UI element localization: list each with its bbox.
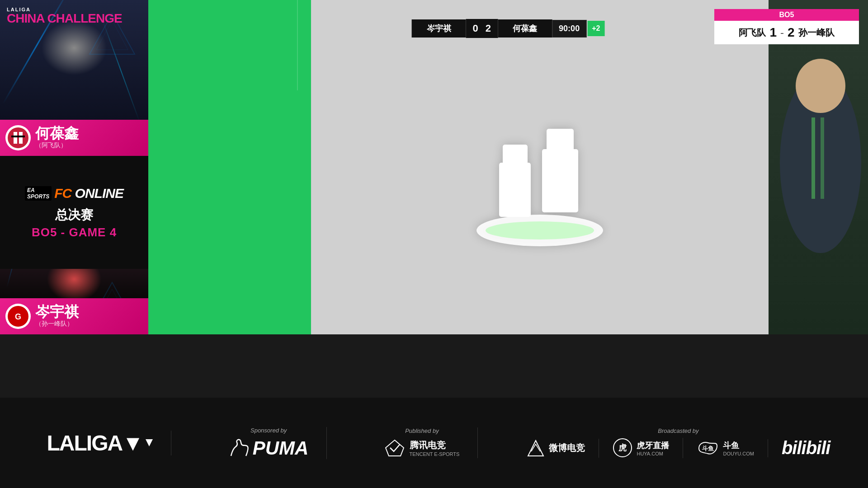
score-team2: 何葆鑫 [498, 19, 552, 38]
score-num2: 2 [486, 23, 491, 34]
player2-name: 岑宇祺 [35, 305, 79, 319]
atletico-badge [7, 127, 29, 149]
svg-rect-19 [821, 117, 824, 199]
svg-rect-18 [811, 117, 815, 199]
player1-name: 何葆鑫 [35, 126, 79, 141]
player1-info: 何葆鑫 （阿飞队） [35, 126, 79, 150]
green-field [148, 0, 311, 334]
total-final-text: 总决赛 [55, 206, 93, 224]
svg-point-16 [486, 221, 594, 239]
broadcasted-label: Broadcasted by [658, 427, 698, 434]
puma-wordmark: PUMA [253, 437, 309, 459]
svg-rect-12 [499, 163, 531, 217]
game-area: 岑宇祺 0 2 何葆鑫 90:00 +2 [148, 0, 868, 334]
fc-online-logo: EASPORTS FC ONLINE [25, 186, 123, 201]
top-left-logo: LALIGA CHINA CHALLENGE [7, 7, 122, 25]
bilibili-logo: bilibili [782, 438, 830, 458]
svg-rect-15 [547, 129, 574, 156]
svg-marker-23 [528, 441, 543, 456]
svg-rect-14 [542, 149, 578, 212]
series-score: 阿飞队 1 - 2 孙一峰队 [714, 21, 859, 44]
right-camera [769, 0, 868, 334]
player2-bar: G 岑宇祺 （孙一峰队） [0, 298, 148, 334]
weibo-icon [526, 439, 545, 458]
trophy-svg [454, 81, 626, 253]
player1-team: （阿飞队） [35, 141, 79, 150]
series-team2: 孙一峰队 [798, 27, 835, 39]
svg-rect-13 [503, 145, 528, 169]
svg-marker-6 [90, 282, 135, 298]
published-label: Published by [405, 427, 439, 434]
glow-line-3 [6, 269, 31, 288]
douyu-text: 斗鱼 DOUYU.COM [723, 440, 754, 456]
laliga-bottom-logo: LALIGA▼ [29, 431, 171, 455]
svg-rect-4 [19, 132, 23, 144]
tencent-icon [385, 438, 405, 458]
gray-area [311, 0, 769, 334]
soccer-player-figure [769, 27, 868, 334]
svg-marker-21 [146, 439, 153, 446]
svg-text:G: G [15, 312, 21, 321]
puma-section: Sponsored by PUMA [211, 427, 327, 459]
series-team1: 阿飞队 [739, 27, 766, 39]
bilibili-section: bilibili [782, 438, 830, 458]
huya-icon: 虎 [613, 438, 633, 458]
svg-text:虎: 虎 [618, 443, 627, 452]
svg-text:斗鱼: 斗鱼 [702, 445, 714, 452]
score-num1: 0 [473, 23, 478, 34]
bottom-bar: LALIGA▼ Sponsored by PUMA Published by 腾… [0, 398, 868, 488]
douyu-icon: 斗鱼 [697, 439, 719, 457]
broadcast-logos: 微博电竞 虎 虎牙直播 HUYA.COM 斗鱼 [526, 438, 830, 458]
broadcasted-section: Broadcasted by 微博电竞 虎 虎牙直播 [517, 427, 839, 458]
svg-marker-7 [96, 289, 128, 298]
score-bar: 岑宇祺 0 2 何葆鑫 90:00 +2 [412, 19, 605, 38]
field-line-deco [148, 0, 329, 90]
series-score2: 2 [788, 25, 795, 40]
bo5-header: BO5 [714, 9, 859, 21]
sponsored-label: Sponsored by [250, 427, 287, 434]
score-time: 90:00 [552, 20, 586, 38]
huya-section: 虎 虎牙直播 HUYA.COM [613, 438, 683, 458]
series-dash: - [780, 26, 784, 39]
douyu-section: 斗鱼 斗鱼 DOUYU.COM [697, 439, 768, 457]
camera-bottom [0, 269, 148, 298]
laliga-triangle-icon [146, 438, 153, 447]
fc-online-text: FC ONLINE [54, 186, 123, 201]
player2-team: （孙一峰队） [35, 320, 79, 328]
middle-info: EASPORTS FC ONLINE 总决赛 BO5 - GAME 4 [0, 156, 148, 269]
score-team1: 岑宇祺 [412, 19, 466, 38]
player2-info: 岑宇祺 （孙一峰队） [35, 305, 79, 328]
series-score1: 1 [769, 25, 777, 40]
player2-camera [0, 269, 148, 298]
game-info-text: BO5 - GAME 4 [32, 225, 117, 239]
fc-trophy-icon [449, 77, 630, 258]
puma-cat-icon [229, 438, 249, 458]
svg-point-20 [796, 59, 845, 113]
tencent-section: Published by 腾讯电竞 TENCENT E-SPORTS [367, 427, 478, 458]
player1-badge [5, 125, 31, 150]
deco-triangle-bottom [85, 278, 139, 298]
tencent-logo: 腾讯电竞 TENCENT E-SPORTS [385, 438, 460, 458]
girona-badge: G [7, 305, 29, 328]
svg-rect-5 [11, 136, 25, 137]
svg-marker-22 [386, 440, 404, 456]
main-content: 何葆鑫 （阿飞队） EASPORTS FC ONLINE 总决赛 BO5 - G… [0, 0, 868, 334]
laliga-text: LALIGA▼ [47, 431, 153, 455]
svg-point-2 [7, 127, 29, 149]
top-right-score: BO5 阿飞队 1 - 2 孙一峰队 [714, 9, 859, 44]
weibo-text: 微博电竞 [549, 442, 585, 454]
svg-rect-3 [14, 132, 17, 144]
tencent-text: 腾讯电竞 TENCENT E-SPORTS [410, 439, 460, 457]
ea-badge: EASPORTS [25, 186, 52, 201]
china-text: CHINA CHALLENGE [7, 12, 122, 25]
puma-logo: PUMA [229, 437, 309, 459]
player1-bar: 何葆鑫 （阿飞队） [0, 120, 148, 156]
left-panel: 何葆鑫 （阿飞队） EASPORTS FC ONLINE 总决赛 BO5 - G… [0, 0, 148, 334]
score-extra: +2 [587, 21, 604, 36]
weibo-section: 微博电竞 [526, 439, 599, 458]
huya-text: 虎牙直播 HUYA.COM [637, 440, 669, 456]
score-numbers: 0 2 [466, 19, 498, 38]
player2-badge: G [5, 304, 31, 329]
soccer-player-bg [769, 0, 868, 334]
